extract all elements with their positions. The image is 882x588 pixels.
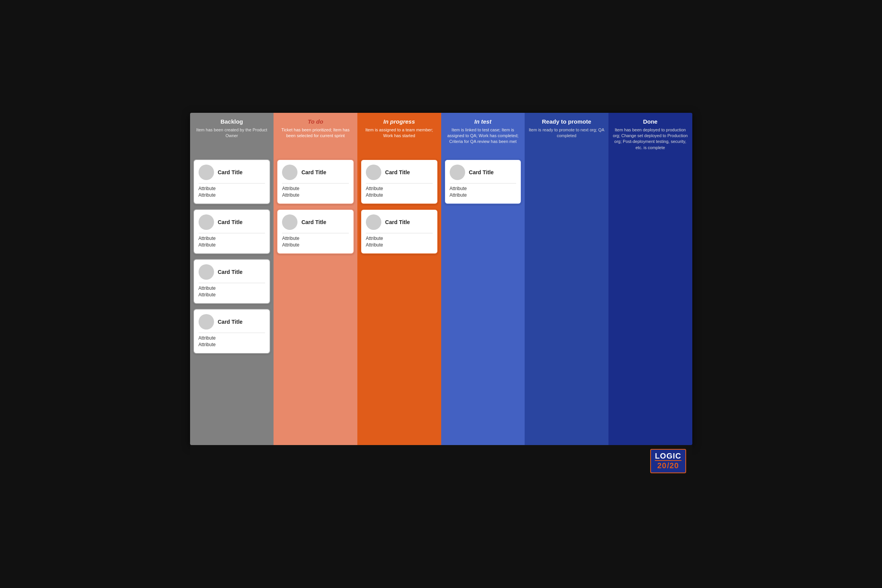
column-title-intest: In test (474, 118, 491, 125)
card-divider (282, 183, 349, 184)
logo-text-logic: LOGIC (655, 452, 681, 460)
card-divider (366, 233, 433, 233)
column-body-todo: Card TitleAttributeAttributeCard TitleAt… (274, 155, 357, 445)
column-desc-intest: Item is linked to test case; Item is ass… (445, 127, 521, 145)
card-title: Card Title (218, 319, 243, 325)
logo-text-2020: 20 (657, 462, 666, 469)
card-avatar (199, 264, 214, 280)
card-attribute-2: Attribute (199, 192, 265, 198)
card-attribute-1: Attribute (282, 236, 349, 241)
card-attribute-1: Attribute (199, 286, 265, 291)
column-header-done: DoneItem has been deployed to production… (608, 113, 692, 156)
card-attribute-2: Attribute (199, 242, 265, 248)
card[interactable]: Card TitleAttributeAttribute (444, 159, 522, 204)
card[interactable]: Card TitleAttributeAttribute (360, 159, 438, 204)
card-title: Card Title (469, 169, 494, 175)
column-title-inprogress: In progress (383, 118, 415, 125)
card-header: Card Title (199, 214, 265, 230)
card-title: Card Title (301, 169, 326, 175)
column-done: DoneItem has been deployed to production… (608, 113, 692, 445)
card-header: Card Title (282, 214, 349, 230)
column-body-intest: Card TitleAttributeAttribute (441, 155, 525, 445)
column-desc-todo: Ticket has been prioritized; Item has be… (277, 127, 353, 139)
card[interactable]: Card TitleAttributeAttribute (193, 259, 271, 304)
card-header: Card Title (199, 314, 265, 330)
card-attribute-2: Attribute (199, 342, 265, 347)
card-avatar (282, 165, 297, 180)
logo-area: LOGIC 20 / 20 (190, 445, 692, 476)
card[interactable]: Card TitleAttributeAttribute (193, 159, 271, 204)
card-avatar (199, 165, 214, 180)
card-title: Card Title (218, 219, 243, 225)
card-divider (199, 333, 265, 333)
card-divider (199, 283, 265, 283)
card-header: Card Title (366, 214, 433, 230)
column-title-readytopromote: Ready to promote (542, 118, 591, 125)
column-inprogress: In progressItem is assigned to a team me… (357, 113, 441, 445)
logo-slash: / (667, 461, 670, 470)
card-attribute-2: Attribute (450, 192, 517, 198)
card-attribute-2: Attribute (282, 192, 349, 198)
card-header: Card Title (282, 165, 349, 180)
card-attribute-1: Attribute (199, 186, 265, 191)
card-attribute-2: Attribute (366, 192, 433, 198)
card-attribute-1: Attribute (366, 186, 433, 191)
card-avatar (366, 165, 381, 180)
card-divider (282, 233, 349, 233)
column-header-intest: In testItem is linked to test case; Item… (441, 113, 525, 155)
kanban-board: BacklogItem has been created by the Prod… (190, 113, 692, 445)
logo-divider (655, 460, 681, 461)
column-body-inprogress: Card TitleAttributeAttributeCard TitleAt… (357, 155, 441, 445)
card-avatar (199, 314, 214, 330)
card-divider (199, 183, 265, 184)
card-header: Card Title (366, 165, 433, 180)
column-body-backlog: Card TitleAttributeAttributeCard TitleAt… (190, 155, 274, 445)
card-attribute-2: Attribute (199, 292, 265, 297)
column-body-readytopromote (525, 155, 608, 445)
column-intest: In testItem is linked to test case; Item… (441, 113, 525, 445)
column-desc-inprogress: Item is assigned to a team member; Work … (361, 127, 437, 139)
card[interactable]: Card TitleAttributeAttribute (193, 209, 271, 254)
column-desc-backlog: Item has been created by the Product Own… (194, 127, 270, 139)
card-attribute-1: Attribute (199, 236, 265, 241)
card-title: Card Title (385, 169, 410, 175)
card-attribute-2: Attribute (282, 242, 349, 248)
card-attribute-1: Attribute (199, 335, 265, 341)
card-avatar (366, 214, 381, 230)
column-readytopromote: Ready to promoteItem is ready to promote… (525, 113, 608, 445)
column-desc-readytopromote: Item is ready to promote to next org; QA… (529, 127, 605, 139)
card-attribute-1: Attribute (450, 186, 517, 191)
card[interactable]: Card TitleAttributeAttribute (277, 209, 354, 254)
column-title-todo: To do (308, 118, 323, 125)
card-header: Card Title (450, 165, 517, 180)
card-divider (450, 183, 517, 184)
card[interactable]: Card TitleAttributeAttribute (277, 159, 354, 204)
card[interactable]: Card TitleAttributeAttribute (360, 209, 438, 254)
column-header-readytopromote: Ready to promoteItem is ready to promote… (525, 113, 608, 155)
column-header-backlog: BacklogItem has been created by the Prod… (190, 113, 274, 155)
card-divider (366, 183, 433, 184)
column-header-todo: To doTicket has been prioritized; Item h… (274, 113, 357, 155)
card-avatar (282, 214, 297, 230)
company-logo: LOGIC 20 / 20 (650, 449, 686, 473)
logo-text-2020b: 20 (670, 462, 679, 469)
card[interactable]: Card TitleAttributeAttribute (193, 309, 271, 354)
board-columns: BacklogItem has been created by the Prod… (190, 113, 692, 445)
column-title-done: Done (643, 118, 658, 125)
card-attribute-1: Attribute (366, 236, 433, 241)
card-attribute-2: Attribute (366, 242, 433, 248)
card-title: Card Title (301, 219, 326, 225)
column-header-inprogress: In progressItem is assigned to a team me… (357, 113, 441, 155)
card-header: Card Title (199, 264, 265, 280)
column-desc-done: Item has been deployed to production org… (612, 127, 688, 151)
card-title: Card Title (218, 269, 243, 275)
card-avatar (199, 214, 214, 230)
card-attribute-1: Attribute (282, 186, 349, 191)
column-backlog: BacklogItem has been created by the Prod… (190, 113, 274, 445)
card-header: Card Title (199, 165, 265, 180)
card-title: Card Title (385, 219, 410, 225)
card-avatar (450, 165, 465, 180)
column-todo: To doTicket has been prioritized; Item h… (274, 113, 357, 445)
column-title-backlog: Backlog (221, 118, 243, 125)
card-divider (199, 233, 265, 233)
